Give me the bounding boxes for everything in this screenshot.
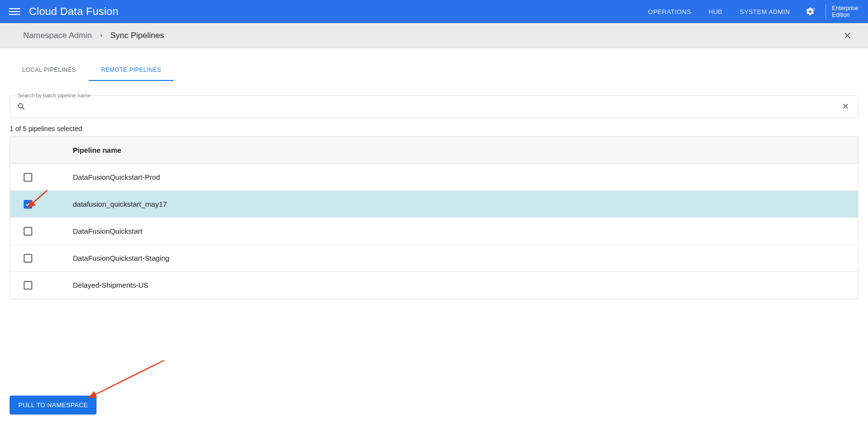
pipeline-name: Delayed-Shipments-US: [63, 281, 149, 289]
table-row[interactable]: DataFusionQuickstart: [10, 218, 858, 245]
column-header-name: Pipeline name: [63, 146, 122, 154]
tab-remote-pipelines[interactable]: REMOTE PIPELINES: [89, 60, 174, 81]
search-fieldset: Search by batch pipeline name ✕: [10, 93, 858, 118]
nav-operations[interactable]: OPERATIONS: [639, 0, 700, 23]
row-checkbox[interactable]: [24, 173, 32, 182]
breadcrumb-current: Sync Pipelines: [110, 31, 164, 40]
svg-line-4: [89, 360, 164, 398]
pull-to-namespace-button[interactable]: PULL TO NAMESPACE: [10, 396, 96, 414]
selection-count: 1 of 5 pipelines selected: [10, 125, 868, 133]
pipeline-name: DataFusionQuickstart: [63, 227, 142, 235]
pipeline-name: DataFusionQuickstart-Staging: [63, 254, 169, 262]
nav-system-admin[interactable]: SYSTEM ADMIN: [731, 0, 799, 23]
row-checkbox[interactable]: [24, 200, 32, 209]
row-checkbox[interactable]: [24, 227, 32, 236]
close-icon[interactable]: ✕: [841, 27, 854, 44]
tab-local-pipelines[interactable]: LOCAL PIPELINES: [10, 60, 89, 81]
app-bar: Cloud Data Fusion OPERATIONS HUB SYSTEM …: [0, 0, 868, 23]
row-checkbox[interactable]: [24, 254, 32, 263]
settings-gears-icon[interactable]: [799, 0, 823, 23]
table-header: Pipeline name: [10, 137, 858, 164]
search-input[interactable]: [30, 103, 838, 110]
breadcrumb-bar: Namespace Admin Sync Pipelines ✕: [0, 23, 868, 48]
table-row[interactable]: datafusion_quickstart_may17: [10, 191, 858, 218]
chevron-right-icon: [99, 32, 104, 40]
search-legend: Search by batch pipeline name: [16, 93, 93, 98]
breadcrumb-root[interactable]: Namespace Admin: [23, 31, 92, 40]
pipelines-table: Pipeline name DataFusionQuickstart-Prod …: [10, 136, 858, 299]
pipeline-name: DataFusionQuickstart-Prod: [63, 173, 160, 181]
table-row[interactable]: Delayed-Shipments-US: [10, 272, 858, 299]
nav-hub[interactable]: HUB: [700, 0, 731, 23]
edition-line1: Enterprise: [832, 5, 858, 12]
svg-point-1: [18, 104, 23, 108]
table-row[interactable]: DataFusionQuickstart-Prod: [10, 164, 858, 191]
pipeline-name: datafusion_quickstart_may17: [63, 200, 167, 208]
table-row[interactable]: DataFusionQuickstart-Staging: [10, 245, 858, 272]
brand-title: Cloud Data Fusion: [29, 5, 119, 18]
svg-line-2: [22, 107, 24, 109]
tabs: LOCAL PIPELINES REMOTE PIPELINES: [0, 60, 868, 81]
appbar-nav: OPERATIONS HUB SYSTEM ADMIN Enterprise E…: [639, 0, 864, 23]
edition-line2: Edition: [832, 12, 858, 18]
row-checkbox[interactable]: [24, 281, 32, 290]
hamburger-menu-icon[interactable]: [9, 6, 20, 17]
edition-label: Enterprise Edition: [829, 5, 864, 19]
divider: [826, 4, 826, 19]
clear-search-icon[interactable]: ✕: [838, 100, 853, 113]
search-icon: [17, 102, 26, 111]
